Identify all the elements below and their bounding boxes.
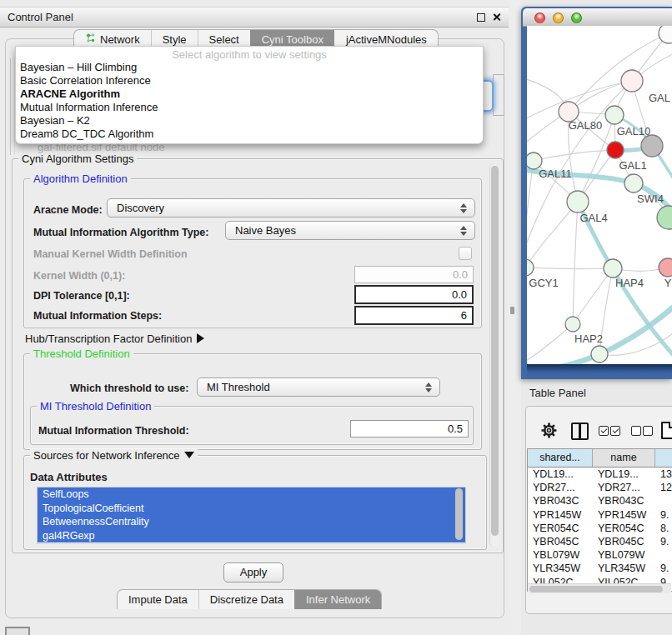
table-cell: 12: [655, 481, 672, 494]
algorithm-option[interactable]: Basic Correlation Inference: [18, 74, 468, 88]
network-edge[interactable]: [573, 268, 613, 324]
document-icon[interactable]: [661, 422, 672, 439]
column-header-name[interactable]: name: [593, 449, 655, 467]
table-row[interactable]: YPR145WYPR145W9.: [528, 508, 672, 522]
checked-column-icon[interactable]: [599, 426, 609, 436]
unchecked-column-icon[interactable]: [643, 426, 653, 436]
algorithm-option[interactable]: Bayesian – Hill Climbing: [18, 61, 468, 74]
algorithm-option[interactable]: ARACNE Algorithm: [18, 88, 468, 101]
table-row[interactable]: YER054CYER054C8.: [528, 522, 672, 535]
bottom-tab-infer-network[interactable]: Infer Network: [294, 590, 381, 609]
mi-threshold-field[interactable]: 0.5: [350, 420, 469, 438]
network-edge[interactable]: [527, 268, 613, 269]
table-cell: 9.: [655, 508, 672, 522]
manual-kernel-checkbox[interactable]: [459, 247, 472, 260]
manual-kernel-label: Manual Kernel Width Definition: [33, 248, 188, 260]
network-node-gal10[interactable]: [605, 106, 624, 124]
table-row[interactable]: YBR043CYBR043C: [528, 494, 672, 508]
close-traffic-light-icon[interactable]: [534, 12, 545, 23]
algorithm-option[interactable]: Bayesian – K2: [18, 114, 468, 128]
mi-steps-field[interactable]: 6: [354, 306, 474, 325]
network-window: GALGAL80GAL10GAL1GAL11SWI4GAL4GCY1HAP4YH…: [521, 7, 672, 379]
column-header-a[interactable]: A...: [655, 449, 672, 467]
data-attribute-item[interactable]: TopologicalCoefficient: [38, 502, 465, 516]
network-node[interactable]: [659, 26, 672, 43]
table-cell: YBR045C: [593, 535, 655, 548]
network-node[interactable]: [657, 206, 672, 229]
control-panel: Control Panel NetworkStyleSelectCyni Too…: [0, 0, 509, 635]
network-node-hap2[interactable]: [565, 317, 580, 332]
network-node-hap4[interactable]: [604, 259, 622, 278]
table-row[interactable]: YDL19...YDL19...13: [528, 468, 672, 481]
aracne-mode-label: Aracne Mode:: [33, 204, 103, 216]
table-row[interactable]: YDR27...YDR27...12: [528, 481, 672, 494]
network-canvas[interactable]: GALGAL80GAL10GAL1GAL11SWI4GAL4GCY1HAP4YH…: [527, 26, 672, 364]
table-row[interactable]: YBR045CYBR045C9.: [528, 535, 672, 548]
aracne-mode-select[interactable]: Discovery: [107, 198, 475, 218]
bottom-tab-label: Impute Data: [128, 591, 188, 609]
data-attributes-list[interactable]: SelfLoopsTopologicalCoefficientBetweenne…: [37, 487, 466, 544]
hub-section-toggle[interactable]: Hub/Transcription Factor Definition: [25, 332, 204, 345]
network-node[interactable]: [641, 135, 663, 157]
unchecked-column-icon[interactable]: [631, 426, 641, 436]
network-node[interactable]: [591, 346, 608, 362]
table-cell: YBR043C: [593, 494, 655, 508]
network-edge[interactable]: [527, 161, 534, 268]
kernel-width-field[interactable]: 0.0: [354, 266, 474, 283]
data-attribute-item[interactable]: BetweennessCentrality: [38, 515, 465, 529]
data-attribute-item[interactable]: gal4RGexp: [38, 529, 465, 543]
network-node-swi4[interactable]: [624, 174, 643, 192]
minimize-traffic-light-icon[interactable]: [553, 12, 564, 23]
table-row[interactable]: YBL079WYBL079W: [528, 548, 672, 562]
algorithm-dropdown[interactable]: Select algorithm to view settings Bayesi…: [15, 46, 484, 144]
float-window-icon[interactable]: [477, 13, 485, 22]
bottom-tab-impute-data[interactable]: Impute Data: [118, 590, 198, 609]
network-node-label: GAL80: [569, 119, 602, 132]
table-cell: YPR145W: [593, 508, 655, 522]
network-edge[interactable]: [534, 150, 615, 161]
dpi-tolerance-field[interactable]: 0.0: [354, 285, 474, 304]
table-cell: 9.: [655, 562, 672, 575]
settings-scrollbar[interactable]: [489, 163, 499, 547]
algorithm-option[interactable]: Mutual Information Inference: [18, 101, 468, 114]
sources-group-title[interactable]: Sources for Network Inference: [30, 449, 198, 462]
table-hscrollbar-thumb[interactable]: [529, 586, 663, 592]
attributes-scrollbar-thumb[interactable]: [455, 488, 463, 540]
network-edge[interactable]: [573, 202, 578, 324]
table-hscrollbar[interactable]: [528, 583, 671, 593]
algorithm-option[interactable]: Dream8 DC_TDC Algorithm: [18, 128, 468, 141]
columns-icon[interactable]: [571, 422, 589, 440]
network-node-y[interactable]: [659, 258, 672, 277]
mi-threshold-label: Mutual Information Threshold:: [38, 425, 189, 437]
bottom-tab-discretize-data[interactable]: Discretize Data: [198, 590, 294, 609]
network-node-gal1[interactable]: [607, 142, 624, 158]
bottom-tabbar: Impute DataDiscretize DataInfer Network: [117, 589, 382, 609]
network-node-gal11[interactable]: [527, 152, 542, 169]
split-pane-handle[interactable]: [510, 307, 514, 314]
kernel-width-label: Kernel Width (0,1):: [33, 270, 125, 282]
close-icon[interactable]: [492, 12, 501, 22]
table-cell: YPR145W: [528, 508, 593, 522]
network-window-bottom-frame: [527, 364, 672, 379]
table-cell: [655, 548, 672, 562]
settings-scrollbar-thumb[interactable]: [491, 166, 499, 536]
mi-algorithm-type-select[interactable]: Naive Bayes: [225, 221, 475, 240]
table-cell: YBL079W: [528, 548, 593, 562]
which-threshold-select[interactable]: MI Threshold: [197, 378, 440, 397]
network-node-gal[interactable]: [621, 70, 643, 92]
network-node-gal4[interactable]: [567, 191, 589, 212]
table-cell: YBR045C: [528, 535, 593, 548]
network-edge[interactable]: [527, 202, 578, 268]
network-node-gcy1[interactable]: [527, 259, 534, 276]
table-row[interactable]: YLR345WYLR345W9.: [528, 562, 672, 575]
checked-column-icon[interactable]: [610, 426, 620, 436]
column-header-shared[interactable]: shared...: [528, 449, 593, 467]
gear-icon[interactable]: [540, 422, 558, 439]
data-attribute-item[interactable]: SelfLoops: [38, 488, 465, 502]
table-cell: YDR27...: [593, 481, 655, 494]
collapsed-panel-button[interactable]: [5, 627, 30, 635]
apply-button[interactable]: Apply: [223, 562, 283, 582]
network-edge[interactable]: [527, 324, 573, 364]
split-pane-divider[interactable]: [509, 0, 521, 635]
zoom-traffic-light-icon[interactable]: [571, 12, 582, 23]
